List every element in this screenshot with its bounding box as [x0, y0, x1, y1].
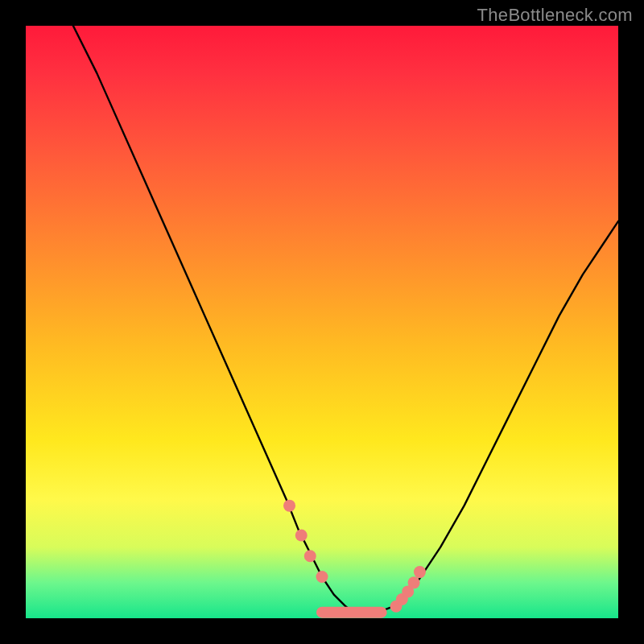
- watermark-text: TheBottleneck.com: [477, 5, 633, 26]
- bottleneck-curve-svg: [26, 26, 618, 618]
- curve-marker: [283, 500, 295, 512]
- curve-marker: [316, 571, 328, 583]
- bottleneck-curve: [73, 26, 618, 613]
- chart-frame: TheBottleneck.com: [0, 0, 644, 644]
- curve-marker: [304, 550, 316, 562]
- curve-markers: [283, 500, 426, 613]
- curve-marker: [414, 566, 426, 578]
- curve-marker: [408, 576, 420, 588]
- plot-area: [26, 26, 618, 618]
- curve-marker: [295, 529, 308, 541]
